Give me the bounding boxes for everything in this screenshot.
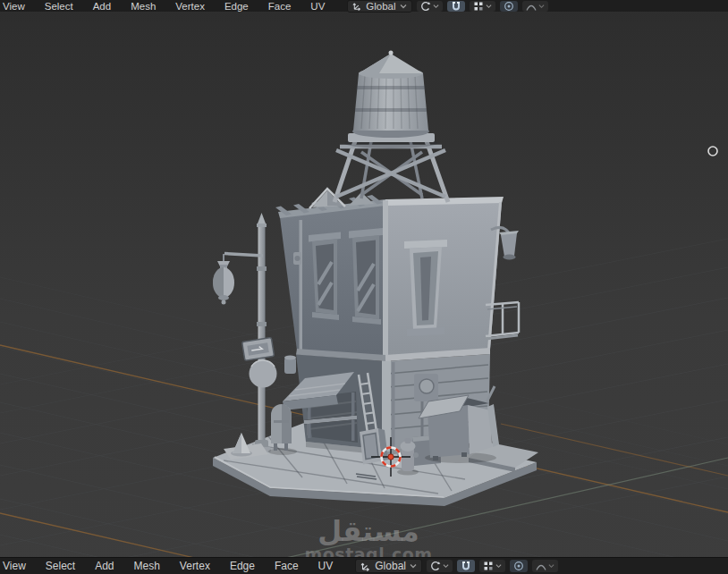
snap-settings-dropdown[interactable] <box>470 1 495 12</box>
water-tower[interactable] <box>334 51 448 203</box>
menu-mesh[interactable]: Mesh <box>124 560 170 572</box>
scene-canvas <box>0 0 728 574</box>
snap-settings-icon <box>473 1 484 12</box>
chevron-down-icon <box>410 563 417 569</box>
pivot-point-dropdown[interactable] <box>417 1 443 12</box>
proportional-falloff-dropdown[interactable] <box>522 1 548 12</box>
blender-window: مستقل mostaql.com View Select Add Mesh V… <box>0 0 728 574</box>
menu-view[interactable]: View <box>0 1 35 12</box>
menu-mesh[interactable]: Mesh <box>121 1 165 12</box>
transform-orientation-dropdown[interactable]: Global <box>355 559 422 573</box>
orientation-label: Global <box>375 560 406 572</box>
menu-add[interactable]: Add <box>83 1 121 12</box>
corner-wall-lamp <box>293 252 301 265</box>
menu-vertex[interactable]: Vertex <box>170 560 220 572</box>
chevron-down-icon <box>443 563 449 569</box>
snap-magnet-icon <box>451 1 461 12</box>
menu-edge[interactable]: Edge <box>215 1 258 12</box>
chevron-down-icon <box>400 4 407 9</box>
menu-uv[interactable]: UV <box>309 560 343 572</box>
chevron-down-icon <box>548 563 554 569</box>
snap-settings-icon <box>483 561 494 571</box>
snap-magnet-icon <box>461 561 471 571</box>
small-sign-plate <box>242 337 275 360</box>
menu-select[interactable]: Select <box>35 1 83 12</box>
pivot-point-icon <box>420 1 431 12</box>
menu-list-top: View Select Add Mesh Vertex Edge Face UV <box>0 1 334 12</box>
snap-toggle[interactable] <box>447 1 465 12</box>
annotation-circle <box>708 147 717 156</box>
3d-viewport[interactable]: مستقل mostaql.com <box>0 0 728 574</box>
chevron-down-icon <box>495 563 502 569</box>
snap-toggle[interactable] <box>457 560 475 572</box>
chevron-down-icon <box>538 4 545 9</box>
menu-vertex[interactable]: Vertex <box>165 1 215 12</box>
menu-face[interactable]: Face <box>258 1 301 12</box>
proportional-editing-toggle[interactable] <box>500 1 518 12</box>
menu-select[interactable]: Select <box>36 560 85 572</box>
transform-orientation-dropdown[interactable]: Global <box>347 0 411 13</box>
wall-barrel <box>284 356 296 375</box>
pivot-point-dropdown[interactable] <box>427 560 453 572</box>
transform-orientation-icon <box>352 1 362 11</box>
proportional-editing-toggle[interactable] <box>510 560 528 572</box>
menu-face[interactable]: Face <box>265 560 309 572</box>
transform-orientation-icon <box>360 561 371 571</box>
chevron-down-icon <box>433 4 439 9</box>
menu-uv[interactable]: UV <box>301 1 334 12</box>
street-lamp[interactable] <box>213 213 277 452</box>
menu-list-bottom: View Select Add Mesh Vertex Edge Face UV <box>0 560 343 572</box>
hanging-lantern <box>213 261 234 305</box>
viewport-header-bottom: View Select Add Mesh Vertex Edge Face UV… <box>0 557 728 574</box>
proportional-falloff-dropdown[interactable] <box>532 560 558 572</box>
building-upper-floor[interactable] <box>275 189 504 374</box>
viewport-header-top: View Select Add Mesh Vertex Edge Face UV… <box>0 0 728 12</box>
menu-add[interactable]: Add <box>85 560 123 572</box>
menu-edge[interactable]: Edge <box>220 560 265 572</box>
proportional-editing-icon <box>504 1 514 12</box>
chevron-down-icon <box>486 4 492 9</box>
proportional-falloff-icon <box>526 1 537 12</box>
proportional-falloff-icon <box>536 561 546 571</box>
sandwich-board[interactable] <box>360 428 388 465</box>
proportional-editing-icon <box>513 561 524 571</box>
snap-settings-dropdown[interactable] <box>479 560 505 572</box>
orientation-label: Global <box>366 1 395 12</box>
menu-view[interactable]: View <box>0 560 36 572</box>
pivot-point-icon <box>430 561 441 571</box>
